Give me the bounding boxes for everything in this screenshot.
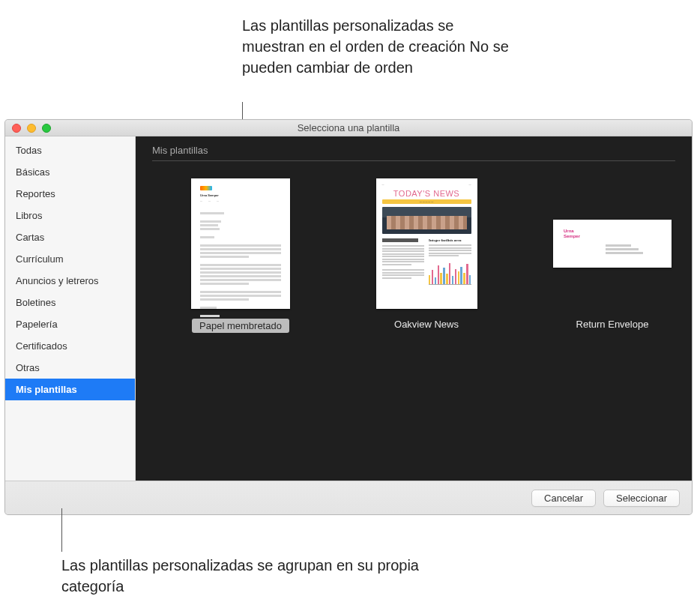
template-label: Return Envelope bbox=[576, 319, 649, 330]
window-title: Selecciona una plantilla bbox=[5, 122, 692, 133]
template-thumbnail: —— TODAY'S NEWS — — — — — bbox=[376, 178, 477, 309]
template-thumbnail: Urna Semper bbox=[553, 220, 672, 268]
template-thumbnail-wrap: Urna Semper ——— bbox=[191, 176, 290, 311]
cancel-button[interactable]: Cancelar bbox=[531, 490, 596, 507]
sidebar-item-papeleria[interactable]: Papelería bbox=[5, 313, 135, 335]
template-thumbnail-wrap: Urna Semper bbox=[553, 176, 672, 311]
dialog-footer: Cancelar Seleccionar bbox=[5, 481, 692, 514]
sidebar-item-certificados[interactable]: Certificados bbox=[5, 335, 135, 357]
minimize-button[interactable] bbox=[27, 124, 36, 133]
sidebar-item-curriculum[interactable]: Currículum bbox=[5, 248, 135, 270]
window-titlebar: Selecciona una plantilla bbox=[5, 120, 692, 136]
annotation-bottom: Las plantillas personalizadas se agrupan… bbox=[61, 555, 421, 597]
sidebar-item-basicas[interactable]: Básicas bbox=[5, 161, 135, 183]
template-grid: Urna Semper ——— bbox=[136, 176, 692, 333]
sidebar-item-cartas[interactable]: Cartas bbox=[5, 226, 135, 248]
annotation-top: Las plantillas personalizadas se muestra… bbox=[242, 15, 512, 78]
sidebar-item-boletines[interactable]: Boletines bbox=[5, 292, 135, 313]
window-controls bbox=[5, 124, 51, 133]
template-grid-area: Mis plantillas Urna Semper ——— bbox=[136, 136, 692, 481]
template-item-oakview-news[interactable]: —— TODAY'S NEWS — — — — — bbox=[366, 176, 486, 330]
sidebar-item-otras[interactable]: Otras bbox=[5, 357, 135, 379]
template-label: Oakview News bbox=[394, 319, 459, 330]
template-label[interactable]: Papel membretado bbox=[192, 319, 289, 333]
section-header: Mis plantillas bbox=[136, 136, 692, 160]
close-button[interactable] bbox=[12, 124, 21, 133]
select-button[interactable]: Seleccionar bbox=[603, 490, 680, 507]
sidebar-item-libros[interactable]: Libros bbox=[5, 205, 135, 226]
template-item-papel-membretado[interactable]: Urna Semper ——— bbox=[181, 176, 301, 333]
sidebar-item-anuncios[interactable]: Anuncios y letreros bbox=[5, 270, 135, 292]
template-chooser-window: Selecciona una plantilla Todas Básicas R… bbox=[4, 119, 693, 515]
template-thumbnail-wrap: —— TODAY'S NEWS — — — — — bbox=[376, 176, 477, 311]
zoom-button[interactable] bbox=[42, 124, 51, 133]
template-item-return-envelope[interactable]: Urna Semper Return Envelope bbox=[552, 176, 672, 330]
section-divider bbox=[152, 160, 675, 161]
sidebar-item-reportes[interactable]: Reportes bbox=[5, 183, 135, 205]
window-body: Todas Básicas Reportes Libros Cartas Cur… bbox=[5, 136, 692, 481]
template-thumbnail: Urna Semper ——— bbox=[191, 178, 290, 309]
sidebar-item-todas[interactable]: Todas bbox=[5, 139, 135, 161]
annotation-line-bottom bbox=[61, 508, 62, 552]
sidebar-item-mis-plantillas[interactable]: Mis plantillas bbox=[5, 379, 135, 400]
category-sidebar: Todas Básicas Reportes Libros Cartas Cur… bbox=[5, 136, 136, 481]
